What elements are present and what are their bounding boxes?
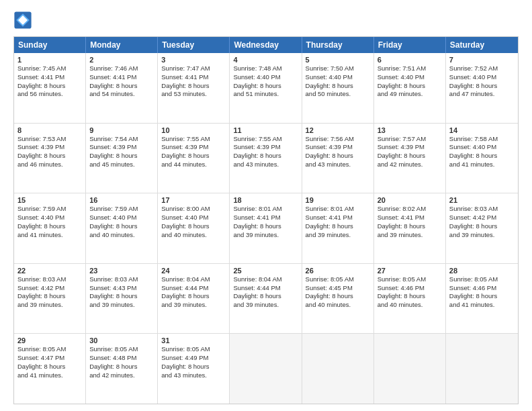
cell-info-line: Sunrise: 7:56 AM bbox=[306, 135, 370, 144]
day-cell-14: 14Sunrise: 7:58 AMSunset: 4:40 PMDayligh… bbox=[446, 124, 518, 193]
cell-info-line: Sunset: 4:40 PM bbox=[89, 214, 154, 222]
page: SundayMondayTuesdayWednesdayThursdayFrid… bbox=[0, 0, 532, 411]
day-number: 3 bbox=[161, 56, 226, 64]
day-number: 8 bbox=[17, 126, 82, 134]
cell-info-line: and 43 minutes. bbox=[306, 161, 370, 169]
cell-info-line: Sunset: 4:41 PM bbox=[17, 73, 82, 82]
cell-info-line: Sunrise: 7:46 AM bbox=[89, 64, 154, 73]
day-number: 24 bbox=[161, 267, 226, 275]
cell-info-line: Daylight: 8 hours bbox=[449, 82, 515, 91]
cell-info-line: and 54 minutes. bbox=[89, 90, 154, 99]
day-cell-4: 4Sunrise: 7:48 AMSunset: 4:40 PMDaylight… bbox=[230, 53, 302, 123]
cell-info-line: Daylight: 8 hours bbox=[89, 152, 154, 161]
day-number: 6 bbox=[378, 56, 442, 64]
cell-info-line: and 39 minutes. bbox=[161, 301, 226, 310]
day-cell-23: 23Sunrise: 8:03 AMSunset: 4:43 PMDayligh… bbox=[86, 264, 158, 334]
cell-info-line: and 40 minutes. bbox=[378, 301, 442, 310]
cell-info-line: and 46 minutes. bbox=[17, 161, 82, 169]
cell-info-line: Daylight: 8 hours bbox=[89, 82, 154, 91]
empty-cell bbox=[446, 334, 518, 404]
calendar-row-4: 22Sunrise: 8:03 AMSunset: 4:42 PMDayligh… bbox=[14, 264, 518, 334]
cell-info-line: Daylight: 8 hours bbox=[233, 222, 298, 231]
day-cell-22: 22Sunrise: 8:03 AMSunset: 4:42 PMDayligh… bbox=[14, 264, 86, 334]
cell-info-line: Daylight: 8 hours bbox=[306, 82, 370, 91]
cell-info-line: and 56 minutes. bbox=[17, 90, 82, 99]
header-day-saturday: Saturday bbox=[446, 37, 518, 53]
cell-info-line: Sunrise: 7:47 AM bbox=[161, 64, 226, 73]
cell-info-line: Sunset: 4:39 PM bbox=[17, 143, 82, 152]
cell-info-line: Sunrise: 7:55 AM bbox=[233, 135, 298, 144]
cell-info-line: Sunrise: 7:57 AM bbox=[378, 135, 442, 144]
day-cell-6: 6Sunrise: 7:51 AMSunset: 4:40 PMDaylight… bbox=[374, 53, 446, 123]
empty-cell bbox=[302, 334, 374, 404]
cell-info-line: Daylight: 8 hours bbox=[89, 292, 154, 301]
general-blue-icon bbox=[13, 11, 32, 30]
day-number: 16 bbox=[89, 196, 154, 204]
cell-info-line: Sunset: 4:41 PM bbox=[306, 214, 370, 222]
cell-info-line: Sunset: 4:40 PM bbox=[161, 214, 226, 222]
cell-info-line: Sunrise: 8:05 AM bbox=[161, 345, 226, 354]
cell-info-line: Daylight: 8 hours bbox=[378, 152, 442, 161]
day-number: 23 bbox=[89, 267, 154, 275]
empty-cell bbox=[230, 334, 302, 404]
day-number: 5 bbox=[306, 56, 370, 64]
day-cell-16: 16Sunrise: 7:59 AMSunset: 4:40 PMDayligh… bbox=[86, 193, 158, 263]
header bbox=[13, 11, 519, 30]
day-cell-10: 10Sunrise: 7:55 AMSunset: 4:39 PMDayligh… bbox=[158, 124, 230, 193]
cell-info-line: Daylight: 8 hours bbox=[449, 292, 515, 301]
cell-info-line: Sunset: 4:39 PM bbox=[89, 143, 154, 152]
cell-info-line: Sunset: 4:40 PM bbox=[233, 73, 298, 82]
cell-info-line: Sunset: 4:42 PM bbox=[17, 284, 82, 293]
cell-info-line: Sunset: 4:40 PM bbox=[378, 73, 442, 82]
header-day-monday: Monday bbox=[86, 37, 158, 53]
cell-info-line: Daylight: 8 hours bbox=[378, 222, 442, 231]
cell-info-line: Daylight: 8 hours bbox=[378, 82, 442, 91]
cell-info-line: and 47 minutes. bbox=[449, 90, 515, 99]
cell-info-line: Sunrise: 8:03 AM bbox=[449, 205, 515, 214]
cell-info-line: Sunset: 4:46 PM bbox=[378, 284, 442, 293]
cell-info-line: and 50 minutes. bbox=[306, 90, 370, 99]
cell-info-line: Sunset: 4:39 PM bbox=[161, 143, 226, 152]
cell-info-line: Daylight: 8 hours bbox=[306, 292, 370, 301]
day-number: 13 bbox=[378, 126, 442, 134]
cell-info-line: and 41 minutes. bbox=[17, 231, 82, 240]
cell-info-line: Sunset: 4:42 PM bbox=[449, 214, 515, 222]
day-cell-20: 20Sunrise: 8:02 AMSunset: 4:41 PMDayligh… bbox=[374, 193, 446, 263]
cell-info-line: and 39 minutes. bbox=[306, 231, 370, 240]
cell-info-line: Sunrise: 7:48 AM bbox=[233, 64, 298, 73]
day-number: 28 bbox=[449, 267, 515, 275]
cell-info-line: and 41 minutes. bbox=[17, 371, 82, 380]
calendar-body: 1Sunrise: 7:45 AMSunset: 4:41 PMDaylight… bbox=[14, 53, 518, 404]
cell-info-line: Daylight: 8 hours bbox=[306, 222, 370, 231]
day-cell-17: 17Sunrise: 8:00 AMSunset: 4:40 PMDayligh… bbox=[158, 193, 230, 263]
day-number: 31 bbox=[161, 336, 226, 345]
cell-info-line: Sunset: 4:39 PM bbox=[378, 143, 442, 152]
day-cell-31: 31Sunrise: 8:05 AMSunset: 4:49 PMDayligh… bbox=[158, 334, 230, 404]
day-cell-7: 7Sunrise: 7:52 AMSunset: 4:40 PMDaylight… bbox=[446, 53, 518, 123]
day-number: 1 bbox=[17, 56, 82, 64]
cell-info-line: and 40 minutes. bbox=[89, 231, 154, 240]
cell-info-line: Sunset: 4:39 PM bbox=[233, 143, 298, 152]
cell-info-line: Sunrise: 8:05 AM bbox=[17, 345, 82, 354]
cell-info-line: and 40 minutes. bbox=[306, 301, 370, 310]
cell-info-line: Sunrise: 8:04 AM bbox=[161, 275, 226, 284]
day-number: 19 bbox=[306, 196, 370, 204]
day-number: 15 bbox=[17, 196, 82, 204]
day-number: 20 bbox=[378, 196, 442, 204]
day-cell-25: 25Sunrise: 8:04 AMSunset: 4:44 PMDayligh… bbox=[230, 264, 302, 334]
cell-info-line: Sunrise: 8:02 AM bbox=[378, 205, 442, 214]
calendar-row-1: 1Sunrise: 7:45 AMSunset: 4:41 PMDaylight… bbox=[14, 53, 518, 124]
header-day-tuesday: Tuesday bbox=[158, 37, 230, 53]
cell-info-line: Daylight: 8 hours bbox=[89, 222, 154, 231]
cell-info-line: Daylight: 8 hours bbox=[161, 152, 226, 161]
day-cell-9: 9Sunrise: 7:54 AMSunset: 4:39 PMDaylight… bbox=[86, 124, 158, 193]
day-cell-15: 15Sunrise: 7:59 AMSunset: 4:40 PMDayligh… bbox=[14, 193, 86, 263]
cell-info-line: Sunset: 4:49 PM bbox=[161, 354, 226, 363]
day-number: 9 bbox=[89, 126, 154, 134]
cell-info-line: Sunrise: 7:59 AM bbox=[89, 205, 154, 214]
day-cell-5: 5Sunrise: 7:50 AMSunset: 4:40 PMDaylight… bbox=[302, 53, 374, 123]
day-cell-28: 28Sunrise: 8:05 AMSunset: 4:46 PMDayligh… bbox=[446, 264, 518, 334]
cell-info-line: and 39 minutes. bbox=[17, 301, 82, 310]
day-number: 10 bbox=[161, 126, 226, 134]
day-cell-26: 26Sunrise: 8:05 AMSunset: 4:45 PMDayligh… bbox=[302, 264, 374, 334]
